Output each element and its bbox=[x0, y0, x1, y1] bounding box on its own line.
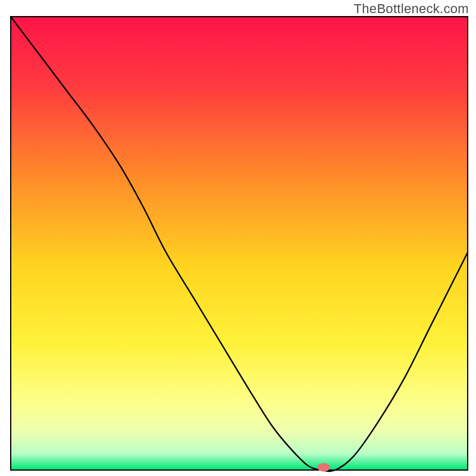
watermark-text: TheBottleneck.com bbox=[354, 1, 469, 17]
chart-background-gradient bbox=[11, 17, 467, 469]
optimal-point-marker bbox=[317, 463, 330, 471]
bottleneck-chart bbox=[0, 0, 476, 476]
chart-container: TheBottleneck.com bbox=[0, 0, 476, 476]
